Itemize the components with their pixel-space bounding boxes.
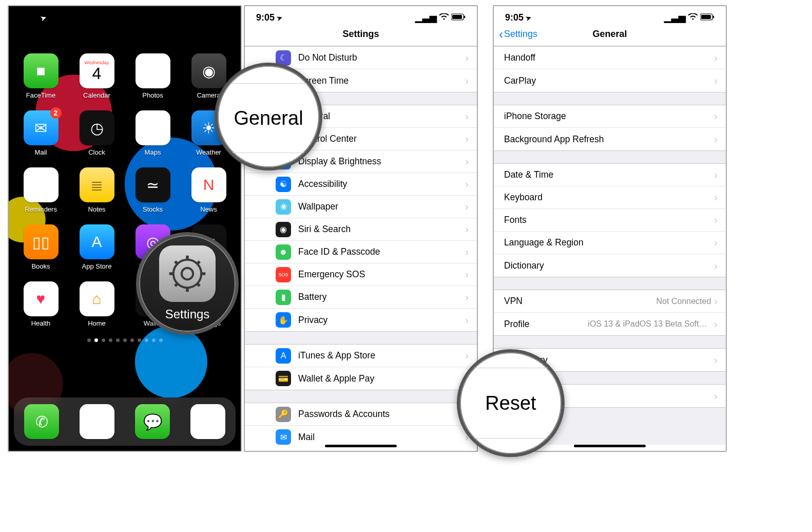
row-label: Wallet & Apple Pay [298, 373, 465, 384]
chevron-right-icon: › [465, 269, 469, 280]
settings-row-privacy[interactable]: ✋Privacy› [245, 309, 477, 331]
home-indicator[interactable] [574, 445, 646, 447]
row-label: CarPlay [504, 75, 714, 86]
chevron-left-icon: ‹ [499, 27, 503, 42]
signal-icon: ▁▃▅ [664, 12, 686, 23]
home-app[interactable]: ⌂Home [72, 281, 121, 327]
general-row-keyboard[interactable]: Keyboard› [494, 186, 726, 209]
general-row-background-app-refresh[interactable]: Background App Refresh› [494, 128, 726, 150]
page-indicator[interactable] [9, 338, 241, 342]
row-icon: ☻ [276, 244, 291, 260]
notes-app[interactable]: ≣Notes [72, 167, 121, 213]
general-row-fonts[interactable]: Fonts› [494, 209, 726, 232]
books-app[interactable]: ▯▯Books [16, 224, 65, 270]
facetime-app[interactable]: ■FaceTime [16, 53, 65, 99]
calendar-app[interactable]: Wednesday4Calendar [72, 53, 121, 99]
chevron-right-icon: › [714, 318, 718, 330]
stocks-app[interactable]: ≃Stocks [128, 167, 177, 213]
row-detail: iOS 13 & iPadOS 13 Beta Software Pr… [588, 319, 711, 329]
settings-row-itunes-app-store[interactable]: AiTunes & App Store› [245, 345, 477, 367]
settings-row-mail[interactable]: ✉Mail› [245, 426, 477, 445]
general-row-handoff[interactable]: Handoff› [494, 47, 726, 69]
app-label: Clock [88, 148, 105, 156]
row-label: Screen Time [298, 75, 465, 86]
row-icon: ✋ [276, 312, 291, 328]
chevron-right-icon: › [465, 156, 469, 167]
mail-app-icon: ✉2 [24, 110, 59, 145]
messages-app[interactable]: 💬 [135, 404, 170, 439]
general-row-vpn[interactable]: VPNNot Connected› [494, 290, 726, 313]
row-icon: ✉ [276, 429, 291, 445]
nav-bar: ‹ Settings General [494, 23, 726, 46]
row-label: Wallpaper [298, 201, 465, 212]
callout-general: General [215, 63, 322, 170]
appstore-app-icon: A [80, 224, 114, 259]
appstore-app[interactable]: AApp Store [72, 224, 121, 270]
mail-app[interactable]: ✉2Mail [16, 110, 65, 156]
row-label: Fonts [504, 215, 714, 225]
settings-row-emergency-sos[interactable]: SOSEmergency SOS› [245, 263, 477, 286]
status-bar: 9:05 ➤ ▁▃▅ [494, 6, 726, 23]
chevron-right-icon: › [714, 134, 718, 145]
clock-app[interactable]: ◷Clock [72, 110, 121, 156]
safari-app[interactable]: ◎ [80, 404, 114, 439]
nav-title: General [592, 29, 627, 40]
app-label: Photos [142, 91, 163, 99]
row-detail: Not Connected [656, 297, 711, 306]
row-label: General [298, 111, 465, 122]
settings-row-battery[interactable]: ▮Battery› [245, 286, 477, 309]
settings-row-passwords-accounts[interactable]: 🔑Passwords & Accounts› [245, 403, 477, 426]
chevron-right-icon: › [465, 246, 469, 258]
reminders-app-icon: ≡ [24, 167, 59, 202]
settings-row-wallet-apple-pay[interactable]: 💳Wallet & Apple Pay› [245, 367, 477, 390]
chevron-right-icon: › [714, 110, 718, 122]
settings-row-accessibility[interactable]: ☯Accessibility› [245, 173, 477, 196]
row-label: VPN [504, 296, 656, 307]
row-label: iTunes & App Store [298, 350, 465, 361]
maps-app-icon: ➤ [136, 110, 170, 145]
general-row-carplay[interactable]: CarPlay› [494, 69, 726, 92]
phone-app[interactable]: ✆ [24, 404, 59, 439]
app-label: Notes [88, 205, 106, 213]
app-label: Stocks [143, 205, 163, 213]
settings-icon [159, 245, 216, 302]
general-row-iphone-storage[interactable]: iPhone Storage› [494, 105, 726, 128]
maps-app[interactable]: ➤Maps [128, 110, 177, 156]
settings-row-siri-search[interactable]: ◉Siri & Search› [245, 218, 477, 241]
back-label: Settings [504, 29, 537, 40]
app-label: Health [31, 319, 51, 327]
row-icon: ❀ [276, 199, 291, 215]
music-app[interactable]: ♪ [190, 404, 225, 439]
app-label: Maps [145, 148, 161, 156]
row-label: Dictionary [504, 260, 714, 271]
row-label: Control Center [298, 134, 465, 144]
callout-general-label: General [234, 107, 303, 129]
general-row-profile[interactable]: ProfileiOS 13 & iPadOS 13 Beta Software … [494, 313, 726, 335]
back-button[interactable]: ‹ Settings [499, 27, 537, 42]
health-app[interactable]: ♥Health [16, 281, 65, 327]
chevron-right-icon: › [714, 295, 718, 307]
news-app[interactable]: NNews [184, 167, 233, 213]
home-indicator[interactable] [325, 445, 397, 447]
chevron-right-icon: › [465, 75, 469, 87]
reminders-app[interactable]: ≡Reminders [16, 167, 65, 213]
stocks-app-icon: ≃ [136, 167, 170, 202]
photos-app[interactable]: ✿Photos [128, 53, 177, 99]
row-icon: SOS [276, 267, 291, 282]
general-row-language-region[interactable]: Language & Region› [494, 232, 726, 254]
app-label: News [200, 205, 217, 213]
chevron-right-icon: › [714, 214, 718, 226]
row-label: Date & Time [504, 169, 714, 180]
row-label: Do Not Disturb [298, 52, 465, 63]
general-row-date-time[interactable]: Date & Time› [494, 164, 726, 186]
svg-rect-8 [713, 15, 714, 18]
location-icon: ➤ [525, 13, 532, 22]
settings-row-face-id-passcode[interactable]: ☻Face ID & Passcode› [245, 241, 477, 263]
chevron-right-icon: › [465, 291, 469, 303]
row-icon: 💳 [276, 371, 291, 386]
app-label: Weather [196, 148, 221, 156]
row-label: Background App Refresh [504, 134, 714, 145]
settings-row-wallpaper[interactable]: ❀Wallpaper› [245, 196, 477, 218]
general-row-dictionary[interactable]: Dictionary› [494, 254, 726, 277]
row-label: Face ID & Passcode [298, 246, 465, 257]
